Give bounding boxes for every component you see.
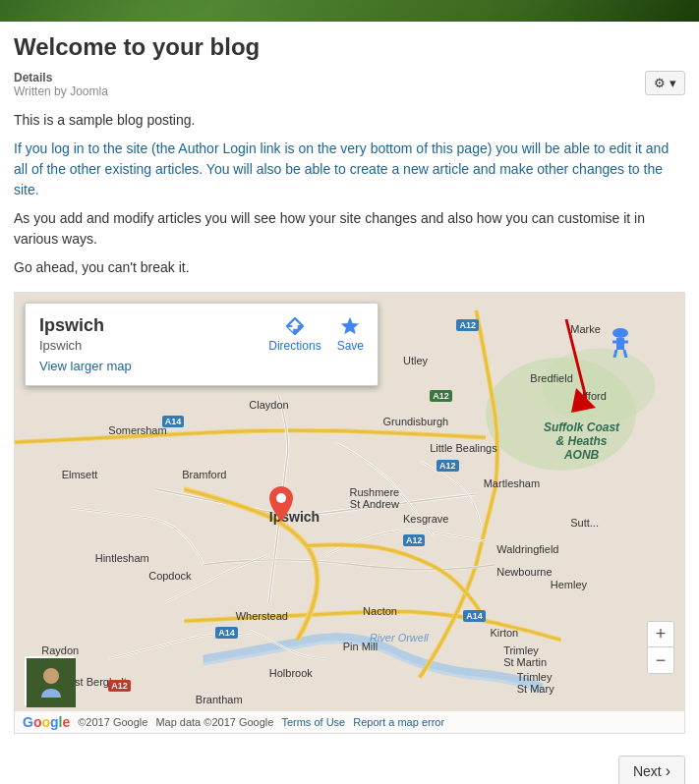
svg-rect-9 bbox=[616, 338, 624, 350]
road-badge-a12-upper: A12 bbox=[430, 390, 452, 402]
popup-subtitle: Ipswich bbox=[39, 338, 104, 353]
blog-paragraph-4: Go ahead, you can't break it. bbox=[14, 257, 685, 278]
blog-paragraph-1: This is a sample blog posting. bbox=[14, 110, 685, 131]
terms-link[interactable]: Terms of Use bbox=[281, 716, 345, 728]
details-row: Details Written by Joomla ⚙ ▾ bbox=[14, 71, 685, 98]
details-section: Details Written by Joomla bbox=[14, 71, 108, 98]
save-label: Save bbox=[337, 339, 364, 353]
gear-dropdown-arrow: ▾ bbox=[670, 76, 676, 90]
zoom-out-button[interactable]: − bbox=[648, 647, 673, 673]
svg-line-11 bbox=[614, 350, 616, 358]
popup-actions: Directions Save bbox=[268, 315, 364, 353]
svg-point-2 bbox=[542, 348, 655, 423]
next-arrow: › bbox=[666, 762, 670, 780]
blog-paragraph-3: As you add and modify articles you will … bbox=[14, 208, 685, 250]
details-label: Details bbox=[14, 71, 108, 84]
road-badge-a12-top: A12 bbox=[456, 319, 479, 331]
report-link[interactable]: Report a map error bbox=[353, 716, 444, 728]
page-content: Welcome to your blog Details Written by … bbox=[0, 22, 699, 746]
zoom-controls: + − bbox=[647, 621, 674, 674]
view-larger-map-link[interactable]: View larger map bbox=[39, 359, 364, 373]
next-button-container: Next › bbox=[0, 746, 699, 784]
save-action[interactable]: Save bbox=[337, 315, 364, 353]
directions-label: Directions bbox=[268, 339, 320, 353]
svg-point-3 bbox=[276, 493, 286, 503]
next-button[interactable]: Next › bbox=[618, 756, 685, 784]
map-data: Map data ©2017 Google bbox=[155, 716, 273, 728]
map-popup: Ipswich Ipswich Directions bbox=[25, 303, 379, 386]
header-image bbox=[0, 0, 699, 22]
gear-icon: ⚙ bbox=[654, 76, 666, 90]
svg-rect-8 bbox=[612, 328, 628, 338]
popup-header: Ipswich Ipswich Directions bbox=[39, 315, 364, 353]
svg-point-5 bbox=[43, 668, 59, 684]
road-badge-a12-lower: A12 bbox=[403, 534, 426, 546]
written-by: Written by Joomla bbox=[14, 84, 108, 98]
map-footer: Google ©2017 Google Map data ©2017 Googl… bbox=[15, 711, 684, 733]
popup-title-section: Ipswich Ipswich bbox=[39, 315, 104, 353]
street-view-thumbnail[interactable] bbox=[25, 656, 74, 705]
map-copyright: ©2017 Google bbox=[78, 716, 147, 728]
blog-paragraph-2: If you log in to the site (the Author Lo… bbox=[14, 139, 685, 200]
road-badge-a14-left: A14 bbox=[162, 416, 185, 427]
road-badge-a14-bottom-left: A14 bbox=[215, 627, 238, 639]
road-badge-a14-bottom-right: A14 bbox=[463, 610, 486, 622]
popup-title: Ipswich bbox=[39, 315, 104, 336]
road-badge-a12-lower-left: A12 bbox=[108, 680, 131, 692]
map-pin bbox=[269, 486, 293, 525]
page-title: Welcome to your blog bbox=[14, 33, 685, 61]
map-container[interactable]: Utley Bredfield Ufford Grundisburgh Clay… bbox=[14, 292, 685, 734]
road-badge-a12-mid: A12 bbox=[437, 460, 459, 472]
map-background: Utley Bredfield Ufford Grundisburgh Clay… bbox=[15, 293, 684, 733]
next-label: Next bbox=[633, 763, 662, 779]
gear-button[interactable]: ⚙ ▾ bbox=[645, 71, 685, 95]
pegman-icon[interactable] bbox=[611, 328, 630, 361]
svg-line-12 bbox=[624, 350, 626, 358]
directions-action[interactable]: Directions bbox=[268, 315, 320, 353]
zoom-in-button[interactable]: + bbox=[648, 622, 673, 647]
google-logo: Google bbox=[23, 714, 70, 730]
